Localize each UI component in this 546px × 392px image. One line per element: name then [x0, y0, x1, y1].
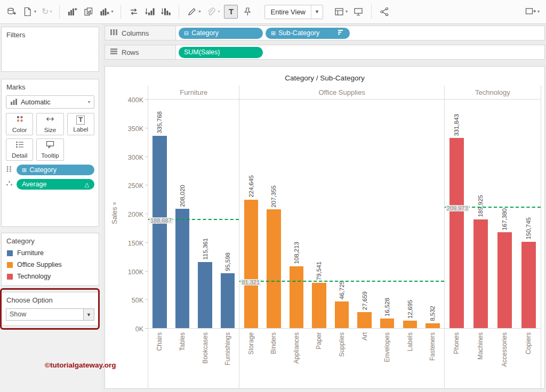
bar-labels[interactable] — [403, 321, 417, 328]
text-label-icon: T — [229, 7, 234, 16]
format-button[interactable]: ▾ — [205, 5, 221, 19]
refresh-button[interactable]: ↻ ▾ — [41, 6, 53, 18]
x-label-slot: Accessories — [493, 329, 517, 388]
fix-axes-button[interactable] — [241, 5, 254, 19]
pill-sum-sales[interactable]: SUM(Sales) — [179, 47, 263, 58]
share-button[interactable] — [378, 5, 391, 19]
tooltip-button[interactable]: Tooltip — [36, 138, 63, 161]
pill-category[interactable]: ⊟ Category — [179, 28, 263, 39]
bar-appliances[interactable] — [290, 266, 303, 328]
sort-descending-icon[interactable] — [338, 29, 344, 37]
x-axis-label[interactable]: Accessories — [501, 332, 508, 367]
x-axis-label[interactable]: Furnishings — [224, 332, 231, 365]
sort-ascending-icon — [144, 6, 155, 17]
x-axis-label[interactable]: Copiers — [525, 332, 532, 354]
plus-box-icon: ⊞ — [22, 167, 27, 173]
sort-descending-button[interactable] — [159, 5, 172, 19]
x-axis-label[interactable]: Art — [361, 332, 368, 340]
show-cards-icon — [334, 6, 344, 17]
bar-value-label: 12,695 — [407, 300, 413, 318]
chevron-down-icon: ▾ — [50, 10, 52, 14]
pill-sub-category[interactable]: ⊞ Sub-Category — [266, 28, 350, 39]
show-mark-labels-button[interactable]: T — [224, 5, 238, 19]
x-axis-label[interactable]: Paper — [315, 332, 323, 349]
x-axis-label[interactable]: Labels — [406, 332, 414, 351]
add-chart-button[interactable] — [66, 5, 79, 19]
bar-art[interactable] — [357, 312, 371, 328]
y-tick-label: 50K — [132, 297, 143, 304]
panel-header[interactable]: Furniture — [148, 86, 239, 100]
panel-header[interactable]: Office Supplies — [239, 86, 444, 100]
legend-label: Office Supplies — [17, 261, 62, 268]
rows-shelf[interactable]: SUM(Sales) — [176, 45, 545, 60]
mark-type-dropdown[interactable]: Automatic ▾ — [6, 95, 94, 109]
presentation-icon — [353, 6, 364, 17]
presentation-mode-button[interactable] — [352, 5, 365, 19]
y-axis-label-wrap[interactable]: Sales ≡ — [110, 202, 118, 226]
legend-item[interactable]: Furniture — [2, 247, 99, 259]
size-button[interactable]: Size — [36, 113, 63, 135]
bar-furnishings[interactable] — [221, 273, 235, 328]
x-axis-label[interactable]: Machines — [477, 332, 484, 360]
x-axis-label[interactable]: Envelopes — [383, 332, 391, 362]
bar-slot: 331,843 — [445, 100, 469, 328]
y-tick-label: 300K — [128, 154, 143, 161]
bar-tables[interactable] — [175, 209, 189, 328]
bar-envelopes[interactable] — [380, 318, 394, 328]
label-button[interactable]: T Label — [67, 113, 94, 135]
bar-supplies[interactable] — [335, 301, 349, 328]
x-axis-label[interactable]: Chairs — [156, 332, 163, 351]
panel-x-labels: StorageBindersAppliancesPaperSuppliesArt… — [239, 329, 444, 388]
clear-sheet-button[interactable]: ▾ — [98, 5, 114, 19]
bar-copiers[interactable] — [521, 242, 536, 328]
bar-accessories[interactable] — [497, 232, 512, 328]
sort-ascending-button[interactable] — [143, 5, 156, 19]
chart-title: Category / Sub-Category — [105, 67, 544, 86]
bar-bookcases[interactable] — [198, 262, 212, 328]
bar-phones[interactable] — [449, 138, 464, 328]
highlight-button[interactable]: ▾ — [186, 5, 202, 19]
bar-machines[interactable] — [473, 219, 488, 328]
bar-slot: 46,725 — [331, 100, 354, 328]
color-button[interactable]: Color — [6, 113, 33, 135]
pill-category-label: Category — [191, 29, 219, 37]
x-label-slot: Envelopes — [376, 329, 399, 388]
legend-item[interactable]: Technology — [2, 271, 99, 282]
legend-item[interactable]: Office Supplies — [2, 259, 99, 271]
show-panel-button[interactable]: ▾ — [524, 5, 541, 19]
x-axis-label[interactable]: Storage — [247, 332, 255, 355]
x-axis-label[interactable]: Phones — [453, 332, 460, 354]
columns-shelf[interactable]: ⊟ Category ⊞ Sub-Category — [176, 26, 545, 40]
x-axis-label[interactable]: Fasteners — [429, 332, 436, 361]
bar-storage[interactable] — [244, 200, 258, 328]
x-axis-label[interactable]: Supplies — [338, 332, 346, 357]
x-axis-label[interactable]: Tables — [179, 332, 186, 351]
bar-chairs[interactable] — [152, 136, 166, 328]
duplicate-sheet-button[interactable] — [82, 5, 95, 19]
marks-pill-average[interactable]: Average △ — [17, 179, 94, 190]
new-worksheet-button[interactable]: ▾ — [21, 5, 37, 19]
x-axis-label[interactable]: Appliances — [293, 332, 300, 364]
toolbar-separator — [59, 5, 60, 19]
fit-view-dropdown[interactable]: Entire View ▼ — [264, 5, 323, 19]
detail-button[interactable]: Detail — [6, 138, 33, 161]
chart-panel: Technology331,843189,925167,380150,74520… — [445, 86, 541, 388]
y-tick-mark — [145, 328, 148, 329]
x-axis-label[interactable]: Binders — [270, 332, 277, 354]
bar-value-label: 167,380 — [501, 208, 508, 231]
swap-rows-columns-button[interactable] — [127, 5, 140, 19]
bar-fasteners[interactable] — [425, 323, 439, 328]
x-label-slot: Supplies — [331, 329, 354, 388]
highlight-pen-icon — [187, 6, 197, 17]
y-axis-label: Sales — [110, 207, 118, 224]
x-axis-label[interactable]: Bookcases — [202, 332, 209, 364]
marks-pill-category[interactable]: ⊞ Category — [17, 165, 94, 175]
panel-header[interactable]: Technology — [445, 86, 541, 100]
average-reference-line[interactable] — [239, 281, 444, 282]
bar-binders[interactable] — [267, 209, 280, 328]
new-datasource-button[interactable] — [5, 5, 18, 19]
parameter-dropdown[interactable]: Show ▼ — [6, 308, 94, 321]
bar-paper[interactable] — [312, 283, 326, 329]
y-axis: Sales ≡ 400K350K300K250K200K150K100K50K0… — [105, 86, 148, 388]
show-hide-cards-button[interactable]: ▾ — [333, 5, 349, 19]
